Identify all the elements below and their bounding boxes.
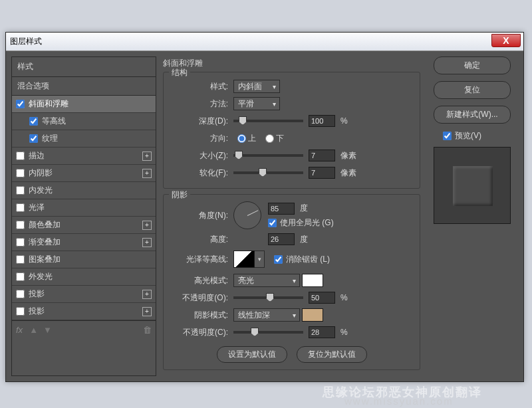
dialog-title: 图层样式 [10, 36, 42, 47]
size-slider[interactable] [233, 154, 303, 157]
trash-icon[interactable]: 🗑 [143, 325, 152, 335]
effect-contour[interactable]: 等高线 [12, 113, 156, 130]
effects-footer: fx ▲ ▼ 🗑 [12, 320, 156, 339]
shadow-opacity-input[interactable] [309, 326, 335, 338]
angle-label: 角度(N): [170, 210, 233, 221]
altitude-label: 高度: [170, 234, 233, 245]
technique-select[interactable]: 平滑 [233, 97, 280, 110]
gradient-overlay-checkbox[interactable] [16, 238, 25, 247]
effect-stroke[interactable]: 描边 + [12, 148, 156, 165]
fx-icon[interactable]: fx [16, 325, 23, 335]
effect-drop-shadow-2[interactable]: 投影 + [12, 303, 156, 320]
make-default-button[interactable]: 设置为默认值 [217, 346, 287, 363]
depth-label: 深度(D): [170, 116, 233, 127]
size-label: 大小(Z): [170, 150, 233, 161]
plus-icon[interactable]: + [142, 238, 152, 247]
size-input[interactable] [309, 150, 335, 161]
new-style-button[interactable]: 新建样式(W)... [434, 106, 511, 124]
angle-input[interactable] [268, 203, 295, 215]
effect-pattern-overlay[interactable]: 图案叠加 [12, 251, 156, 268]
global-light-checkbox[interactable] [268, 219, 277, 227]
arrow-down-icon[interactable]: ▼ [43, 325, 52, 335]
angle-dial[interactable] [233, 201, 261, 229]
highlight-mode-label: 高光模式: [170, 275, 233, 286]
depth-slider[interactable] [233, 120, 303, 122]
style-select[interactable]: 内斜面 [233, 80, 280, 93]
satin-checkbox[interactable] [16, 203, 25, 212]
cancel-button[interactable]: 复位 [434, 81, 511, 99]
shadow-color-swatch[interactable] [302, 308, 323, 322]
styles-panel: 样式 混合选项 斜面和浮雕 等高线 纹理 描边 + 内阴影 [11, 56, 156, 376]
depth-input[interactable] [309, 115, 335, 127]
blending-options[interactable]: 混合选项 [12, 77, 156, 96]
layer-style-dialog: 图层样式 X 样式 混合选项 斜面和浮雕 等高线 纹理 描边 + [5, 32, 524, 382]
panel-title: 斜面和浮雕 [163, 58, 420, 69]
plus-icon[interactable]: + [142, 169, 152, 178]
reset-default-button[interactable]: 复位为默认值 [297, 346, 367, 363]
technique-label: 方法: [170, 98, 233, 110]
effect-drop-shadow-1[interactable]: 投影 + [12, 286, 156, 303]
inner-glow-checkbox[interactable] [16, 186, 25, 195]
close-button[interactable]: X [491, 34, 521, 47]
arrow-up-icon[interactable]: ▲ [29, 325, 38, 335]
gloss-contour-dropdown[interactable]: ▾ [255, 251, 265, 268]
preview-thumbnail [434, 147, 511, 224]
settings-panel: 斜面和浮雕 结构 样式: 内斜面 方法: 平滑 深度(D): % [156, 56, 427, 376]
highlight-color-swatch[interactable] [302, 274, 323, 287]
highlight-opacity-label: 不透明度(O): [170, 292, 233, 304]
shading-group: 阴影 角度(N): 度 使用全局光 (G) [163, 194, 420, 370]
actions-panel: 确定 复位 新建样式(W)... 预览(V) [427, 56, 517, 376]
plus-icon[interactable]: + [142, 290, 152, 299]
highlight-mode-select[interactable]: 亮光 [233, 274, 300, 287]
effect-inner-glow[interactable]: 内发光 [12, 182, 156, 199]
effect-satin[interactable]: 光泽 [12, 199, 156, 217]
effect-texture[interactable]: 纹理 [12, 130, 156, 148]
structure-group: 结构 样式: 内斜面 方法: 平滑 深度(D): % 方向: 上 [163, 72, 420, 189]
shadow-opacity-label: 不透明度(C): [170, 327, 233, 338]
soften-slider[interactable] [233, 171, 303, 174]
shadow-mode-select[interactable]: 线性加深 [233, 308, 300, 322]
altitude-input[interactable] [268, 233, 295, 245]
soften-input[interactable] [309, 167, 335, 179]
highlight-opacity-slider[interactable] [233, 296, 303, 299]
stroke-checkbox[interactable] [16, 152, 25, 160]
effect-color-overlay[interactable]: 颜色叠加 + [12, 217, 156, 234]
antialias-checkbox[interactable] [274, 255, 283, 264]
preview-label: 预览(V) [455, 130, 481, 142]
drop-shadow-2-checkbox[interactable] [16, 307, 25, 316]
gloss-contour-swatch[interactable] [233, 251, 255, 268]
highlight-opacity-input[interactable] [309, 292, 335, 304]
direction-down-radio[interactable] [265, 134, 274, 143]
effect-gradient-overlay[interactable]: 渐变叠加 + [12, 234, 156, 251]
color-overlay-checkbox[interactable] [16, 221, 25, 229]
plus-icon[interactable]: + [142, 221, 152, 230]
plus-icon[interactable]: + [142, 152, 152, 161]
effect-outer-glow[interactable]: 外发光 [12, 268, 156, 286]
direction-label: 方向: [170, 133, 233, 144]
outer-glow-checkbox[interactable] [16, 272, 25, 281]
preview-checkbox[interactable] [443, 132, 452, 140]
contour-checkbox[interactable] [29, 117, 38, 126]
shadow-mode-label: 阴影模式: [170, 310, 233, 321]
effect-bevel-emboss[interactable]: 斜面和浮雕 [12, 96, 156, 113]
plus-icon[interactable]: + [142, 307, 152, 316]
shadow-opacity-slider[interactable] [233, 331, 303, 334]
texture-checkbox[interactable] [29, 134, 38, 143]
soften-label: 软化(F): [170, 167, 233, 179]
styles-header[interactable]: 样式 [12, 57, 156, 77]
style-label: 样式: [170, 81, 233, 92]
effect-inner-shadow[interactable]: 内阴影 + [12, 165, 156, 182]
titlebar[interactable]: 图层样式 X [6, 33, 523, 51]
gloss-contour-label: 光泽等高线: [170, 254, 233, 265]
watermark-url: www.missyuan.com [344, 395, 454, 407]
ok-button[interactable]: 确定 [434, 56, 511, 74]
direction-up-radio[interactable] [237, 134, 246, 143]
inner-shadow-checkbox[interactable] [16, 169, 25, 177]
bevel-checkbox[interactable] [16, 100, 25, 108]
drop-shadow-1-checkbox[interactable] [16, 290, 25, 298]
pattern-overlay-checkbox[interactable] [16, 255, 25, 264]
